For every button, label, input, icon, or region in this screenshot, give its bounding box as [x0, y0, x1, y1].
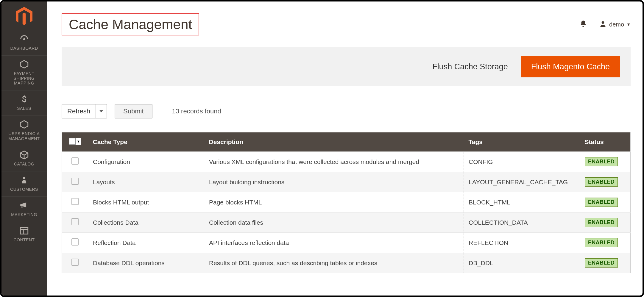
col-header-tags[interactable]: Tags — [464, 132, 580, 152]
cell-description: Page blocks HTML — [204, 192, 464, 212]
cell-description: Layout building instructions — [204, 172, 464, 192]
nav-label: USPS ENDICIA MANAGEMENT — [3, 131, 45, 141]
cell-description: Various XML configurations that were col… — [204, 152, 464, 172]
status-badge: ENABLED — [585, 218, 618, 227]
notifications-icon[interactable] — [579, 20, 587, 29]
svg-marker-0 — [20, 60, 28, 68]
svg-point-6 — [602, 21, 604, 24]
dollar-icon — [19, 94, 29, 104]
status-badge: ENABLED — [585, 157, 618, 166]
row-select-cell — [62, 192, 88, 212]
cell-cache-type: Database DDL operations — [88, 253, 204, 273]
cell-tags: DB_DDL — [464, 253, 580, 273]
row-checkbox[interactable] — [71, 218, 79, 225]
row-checkbox[interactable] — [71, 178, 79, 185]
submit-button[interactable]: Submit — [115, 104, 152, 118]
cell-tags: BLOCK_HTML — [464, 192, 580, 212]
chevron-down-icon[interactable] — [96, 104, 107, 118]
cell-cache-type: Reflection Data — [88, 233, 204, 253]
svg-rect-3 — [20, 227, 28, 234]
header-tools: demo ▼ — [579, 20, 631, 29]
nav-label: CONTENT — [3, 237, 45, 242]
cell-status: ENABLED — [580, 152, 631, 172]
cell-tags: REFLECTION — [464, 233, 580, 253]
cell-description: Results of DDL queries, such as describi… — [204, 253, 464, 273]
cell-status: ENABLED — [580, 212, 631, 233]
admin-sidebar: DASHBOARD PAYMENT SHIPPING MAPPING SALES… — [1, 1, 47, 296]
row-select-cell — [62, 212, 88, 233]
table-row: LayoutsLayout building instructionsLAYOU… — [62, 172, 631, 192]
layout-icon — [19, 226, 29, 236]
cell-tags: CONFIG — [464, 152, 580, 172]
nav-label: CATALOG — [3, 162, 45, 166]
cell-tags: LAYOUT_GENERAL_CACHE_TAG — [464, 172, 580, 192]
col-header-select: ▼ — [62, 132, 88, 152]
nav-label: DASHBOARD — [3, 46, 45, 51]
nav-label: SALES — [3, 106, 45, 111]
status-badge: ENABLED — [585, 198, 618, 207]
row-select-cell — [62, 253, 88, 273]
hexagon-icon — [19, 119, 29, 129]
status-badge: ENABLED — [585, 258, 618, 268]
flush-cache-storage-button[interactable]: Flush Cache Storage — [432, 62, 508, 71]
cell-status: ENABLED — [580, 253, 631, 273]
row-checkbox[interactable] — [71, 157, 79, 165]
status-badge: ENABLED — [585, 238, 618, 247]
cell-description: API interfaces reflection data — [204, 233, 464, 253]
page-header: Cache Management demo ▼ — [62, 7, 631, 47]
user-icon — [599, 20, 607, 29]
svg-marker-1 — [20, 121, 28, 129]
table-row: Reflection DataAPI interfaces reflection… — [62, 233, 631, 253]
sidebar-item-dashboard[interactable]: DASHBOARD — [1, 30, 47, 55]
cell-cache-type: Configuration — [88, 152, 204, 172]
row-select-cell — [62, 233, 88, 253]
cell-tags: COLLECTION_DATA — [464, 212, 580, 233]
sidebar-item-content[interactable]: CONTENT — [1, 222, 47, 247]
status-badge: ENABLED — [585, 177, 618, 187]
nav-label: MARKETING — [3, 212, 45, 217]
sidebar-item-marketing[interactable]: MARKETING — [1, 196, 47, 222]
title-highlight-box: Cache Management — [62, 13, 199, 35]
cell-cache-type: Collections Data — [88, 212, 204, 233]
hexagon-icon — [19, 59, 29, 69]
sidebar-item-usps-endicia[interactable]: USPS ENDICIA MANAGEMENT — [1, 115, 47, 146]
row-checkbox[interactable] — [71, 238, 79, 246]
flush-magento-cache-button[interactable]: Flush Magento Cache — [521, 56, 620, 77]
chevron-down-icon[interactable]: ▼ — [76, 138, 81, 145]
sidebar-item-sales[interactable]: SALES — [1, 90, 47, 115]
cell-cache-type: Layouts — [88, 172, 204, 192]
select-all-checkbox[interactable] — [69, 138, 76, 145]
nav-label: CUSTOMERS — [3, 187, 45, 192]
records-found: 13 records found — [172, 107, 221, 115]
grid-toolbar: Refresh Submit 13 records found — [62, 104, 631, 118]
row-checkbox[interactable] — [71, 259, 79, 266]
sidebar-item-customers[interactable]: CUSTOMERS — [1, 171, 47, 196]
action-bar: Flush Cache Storage Flush Magento Cache — [62, 47, 631, 86]
table-row: Collections DataCollection data filesCOL… — [62, 212, 631, 233]
sidebar-item-payment-shipping-mapping[interactable]: PAYMENT SHIPPING MAPPING — [1, 55, 47, 90]
table-row: Blocks HTML outputPage blocks HTMLBLOCK_… — [62, 192, 631, 212]
row-select-cell — [62, 172, 88, 192]
col-header-description[interactable]: Description — [204, 132, 464, 152]
row-select-cell — [62, 152, 88, 172]
mass-action-dropdown[interactable]: Refresh — [62, 104, 107, 118]
cell-status: ENABLED — [580, 192, 631, 212]
nav-label: PAYMENT SHIPPING MAPPING — [3, 71, 45, 85]
user-menu[interactable]: demo ▼ — [599, 20, 631, 29]
col-header-cache-type[interactable]: Cache Type — [88, 132, 204, 152]
dashboard-icon — [19, 34, 29, 44]
box-icon — [19, 150, 29, 160]
cache-grid: ▼ Cache Type Description Tags Status Con… — [62, 132, 631, 273]
main-content: Cache Management demo ▼ Flush Cache Stor… — [47, 1, 643, 296]
select-all-control[interactable]: ▼ — [69, 138, 81, 145]
cell-cache-type: Blocks HTML output — [88, 192, 204, 212]
magento-logo-icon — [16, 7, 32, 24]
sidebar-item-catalog[interactable]: CATALOG — [1, 146, 47, 171]
cell-status: ENABLED — [580, 233, 631, 253]
cell-status: ENABLED — [580, 172, 631, 192]
table-row: ConfigurationVarious XML configurations … — [62, 152, 631, 172]
megaphone-icon — [19, 200, 29, 210]
dropdown-selected: Refresh — [62, 104, 96, 118]
col-header-status[interactable]: Status — [580, 132, 631, 152]
row-checkbox[interactable] — [71, 198, 79, 205]
